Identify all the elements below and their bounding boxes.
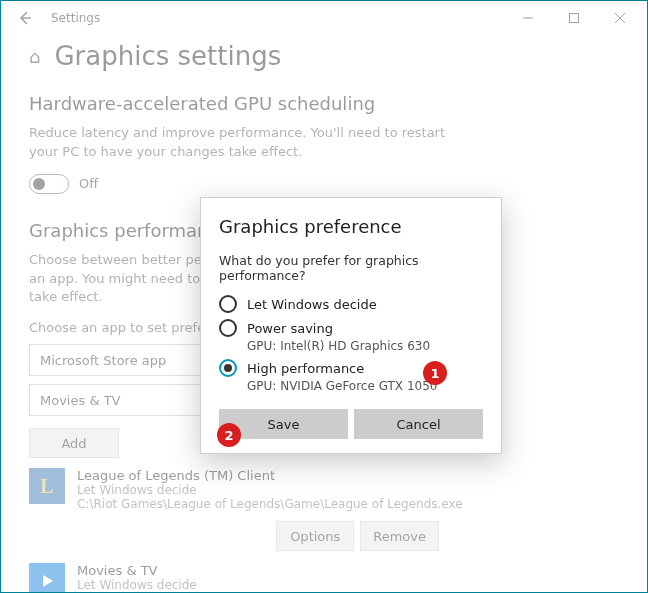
back-arrow-icon <box>18 11 32 25</box>
radio-icon <box>219 359 237 377</box>
svg-marker-5 <box>43 575 53 587</box>
gpu-sched-toggle-row: Off <box>29 174 619 194</box>
home-icon[interactable]: ⌂ <box>29 46 40 67</box>
page-title: Graphics settings <box>54 41 281 71</box>
radio-option-let-windows-decide[interactable]: Let Windows decide <box>219 295 483 313</box>
dialog-actions: Save Cancel <box>219 409 483 439</box>
minimize-icon <box>523 13 533 23</box>
back-button[interactable] <box>9 11 41 25</box>
app-path: C:\Riot Games\League of Legends\Game\Lea… <box>77 497 619 511</box>
window-title: Settings <box>41 11 100 25</box>
radio-icon <box>219 319 237 337</box>
power-saving-gpu: GPU: Intel(R) HD Graphics 630 <box>219 339 483 353</box>
gpu-sched-toggle-label: Off <box>79 176 98 191</box>
app-icon <box>29 468 65 504</box>
app-name: Movies & TV <box>77 563 619 578</box>
svg-rect-2 <box>570 14 579 23</box>
app-actions: Options Remove <box>29 521 619 551</box>
close-icon <box>615 13 625 23</box>
dialog-prompt: What do you prefer for graphics performa… <box>219 253 483 283</box>
close-button[interactable] <box>597 3 643 33</box>
maximize-icon <box>569 13 579 23</box>
options-button[interactable]: Options <box>276 521 354 551</box>
app-row[interactable]: Movies & TV Let Windows decide <box>29 553 619 593</box>
maximize-button[interactable] <box>551 3 597 33</box>
remove-button[interactable]: Remove <box>360 521 439 551</box>
annotation-badge-1: 1 <box>423 361 447 385</box>
dialog-title: Graphics preference <box>219 216 483 237</box>
minimize-button[interactable] <box>505 3 551 33</box>
cancel-button[interactable]: Cancel <box>354 409 483 439</box>
titlebar: Settings <box>1 1 647 35</box>
settings-window: Settings ⌂ Graphics settings Hardware-ac… <box>0 0 648 593</box>
add-button[interactable]: Add <box>29 428 119 458</box>
app-icon <box>29 563 65 593</box>
gpu-sched-heading: Hardware-accelerated GPU scheduling <box>29 93 619 114</box>
app-type-value: Microsoft Store app <box>40 353 166 368</box>
annotation-badge-2: 2 <box>217 423 241 447</box>
app-name: League of Legends (TM) Client <box>77 468 619 483</box>
graphics-preference-dialog: Graphics preference What do you prefer f… <box>200 197 502 454</box>
app-row[interactable]: League of Legends (TM) Client Let Window… <box>29 458 619 515</box>
play-icon <box>38 572 56 590</box>
app-pref: Let Windows decide <box>77 483 619 497</box>
radio-icon <box>219 295 237 313</box>
page-heading-row: ⌂ Graphics settings <box>29 41 619 71</box>
gpu-sched-toggle[interactable] <box>29 174 69 194</box>
radio-option-power-saving[interactable]: Power saving <box>219 319 483 337</box>
app-pref: Let Windows decide <box>77 578 619 592</box>
gpu-sched-desc: Reduce latency and improve performance. … <box>29 124 449 162</box>
app-select-value: Movies & TV <box>40 393 120 408</box>
